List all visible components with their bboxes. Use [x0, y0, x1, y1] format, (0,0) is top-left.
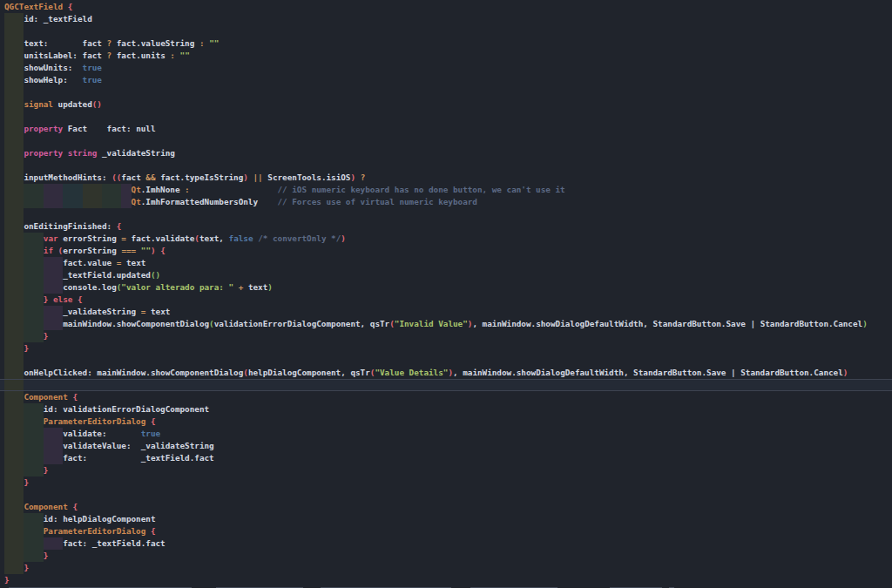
code-line[interactable]: }	[0, 464, 892, 476]
code-line[interactable]: validate: true	[0, 428, 892, 440]
code-line[interactable]: unitsLabel: fact ? fact.units : ""	[0, 50, 892, 62]
token-plain: inputMethodHints:	[4, 172, 112, 182]
token-str: ""	[141, 246, 151, 255]
token-brace: {	[78, 294, 83, 304]
editor: QGCTextField { id: _textField text: fact…	[0, 0, 892, 588]
token-kwpink: property	[4, 148, 63, 158]
code-line[interactable]: _textField.updated()	[0, 269, 892, 281]
code-line[interactable]: inputMethodHints: ((fact && fact.typeIsS…	[0, 172, 892, 184]
token-type: signal	[4, 99, 53, 109]
code-line[interactable]: validateValue: _validateString	[0, 440, 892, 452]
token-plain: console.log	[4, 282, 117, 292]
token-op: ===	[121, 246, 136, 255]
code-line[interactable]: Qt.ImhNone : // iOS numeric keyboard has…	[0, 184, 892, 196]
code-line[interactable]	[0, 489, 892, 501]
code-line[interactable]	[0, 111, 892, 123]
code-line[interactable]: fact: _textField.fact	[0, 452, 892, 464]
token-brace: }	[44, 465, 49, 475]
code-line[interactable]: }	[0, 550, 892, 562]
code-text: fact: _textField.fact	[0, 452, 892, 464]
token-brace: )	[341, 233, 346, 243]
token-comment: // Forces use of virtual numeric keyboar…	[277, 197, 477, 206]
code-line[interactable]: }	[0, 330, 892, 342]
code-line[interactable]: Component {	[0, 501, 892, 513]
code-line[interactable]: }	[0, 342, 892, 355]
code-line[interactable]: var errorString = fact.validate(text, fa…	[0, 233, 892, 245]
code-line[interactable]: }	[0, 562, 892, 574]
token-plain	[4, 197, 132, 206]
code-line[interactable]: fact.value = text	[0, 257, 892, 269]
code-line[interactable]: } else {	[0, 294, 892, 306]
token-plain: onHelpClicked: mainWindow.showComponentD…	[4, 368, 243, 377]
token-plain: _validateString	[97, 148, 175, 158]
code-text: if (errorString === "") {	[0, 245, 892, 257]
token-bool: false	[229, 233, 253, 243]
code-lines: QGCTextField { id: _textField text: fact…	[0, 1, 892, 586]
code-line[interactable]: ParameterEditorDialog {	[0, 525, 892, 537]
token-plain: text	[121, 258, 145, 267]
code-text: id: _textField	[0, 13, 892, 25]
code-line[interactable]: ParameterEditorDialog {	[0, 416, 892, 428]
code-line[interactable]	[0, 355, 892, 367]
token-plain: .ImhFormattedNumbersOnly	[141, 197, 258, 206]
code-line[interactable]	[0, 208, 892, 220]
code-line[interactable]: fact: _textField.fact	[0, 537, 892, 550]
token-brace: {	[72, 392, 78, 402]
code-text: fact.value = text	[0, 257, 892, 269]
code-line[interactable]: signal updated()	[0, 98, 892, 111]
code-text: text: fact ? fact.valueString : ""	[0, 37, 892, 50]
token-plain: text,	[199, 233, 229, 243]
token-plain	[4, 331, 44, 341]
code-line[interactable]: onHelpClicked: mainWindow.showComponentD…	[0, 367, 892, 379]
code-line[interactable]: showUnits: true	[0, 62, 892, 74]
token-plain: text	[243, 282, 267, 292]
code-line[interactable]: onEditingFinished: {	[0, 220, 892, 233]
code-line[interactable]	[0, 135, 892, 147]
code-text: showUnits: true	[0, 62, 892, 74]
cursor-line[interactable]	[0, 379, 892, 391]
token-brace: {	[68, 2, 73, 11]
code-text: signal updated()	[0, 98, 892, 111]
token-plain	[4, 233, 44, 243]
token-plain: onEditingFinished:	[4, 221, 117, 231]
token-brace: {	[151, 526, 156, 536]
code-line[interactable]: QGCTextField {	[0, 1, 892, 13]
token-brace: }	[24, 477, 29, 487]
code-line[interactable]: Component {	[0, 391, 892, 403]
token-plain	[4, 477, 24, 487]
code-line[interactable]: id: validationErrorDialogComponent	[0, 403, 892, 416]
token-brace: ()	[92, 99, 102, 109]
token-plain	[4, 246, 44, 255]
code-line[interactable]: property Fact fact: null	[0, 123, 892, 135]
code-line[interactable]: if (errorString === "") {	[0, 245, 892, 257]
code-line[interactable]: console.log("valor alterado para: " + te…	[0, 281, 892, 294]
code-line[interactable]: showHelp: true	[0, 74, 892, 86]
code-text: Component {	[0, 501, 892, 513]
code-line[interactable]: id: helpDialogComponent	[0, 513, 892, 525]
token-pgreen: )	[862, 319, 868, 328]
code-line[interactable]: }	[0, 476, 892, 489]
token-plain	[258, 197, 277, 206]
code-text: onHelpClicked: mainWindow.showComponentD…	[0, 367, 892, 379]
token-type: Qt	[132, 185, 141, 194]
code-text: ParameterEditorDialog {	[0, 416, 892, 428]
code-line[interactable]: text: fact ? fact.valueString : ""	[0, 37, 892, 50]
token-plain: fact.units	[112, 51, 170, 60]
token-plain: fact.value	[4, 258, 117, 267]
code-line[interactable]	[0, 86, 892, 98]
token-brace: ((	[112, 172, 121, 182]
token-plain: , mainWindow.showDialogDefaultWidth, Sta…	[453, 368, 843, 377]
code-line[interactable]: Qt.ImhFormattedNumbersOnly // Forces use…	[0, 196, 892, 208]
code-line[interactable]: _validateString = text	[0, 306, 892, 318]
token-plain	[4, 563, 24, 572]
token-plain	[190, 185, 278, 194]
code-line[interactable]: mainWindow.showComponentDialog(validatio…	[0, 318, 892, 330]
code-line[interactable]: }	[0, 574, 892, 586]
code-line[interactable]: property string _validateString	[0, 147, 892, 159]
code-text: }	[0, 550, 892, 562]
code-line[interactable]	[0, 159, 892, 172]
token-str: "valor alterado para: "	[121, 282, 233, 292]
token-plain: validationErrorDialogComponent, qsTr	[214, 319, 390, 328]
code-line[interactable]: id: _textField	[0, 13, 892, 25]
code-line[interactable]	[0, 25, 892, 37]
